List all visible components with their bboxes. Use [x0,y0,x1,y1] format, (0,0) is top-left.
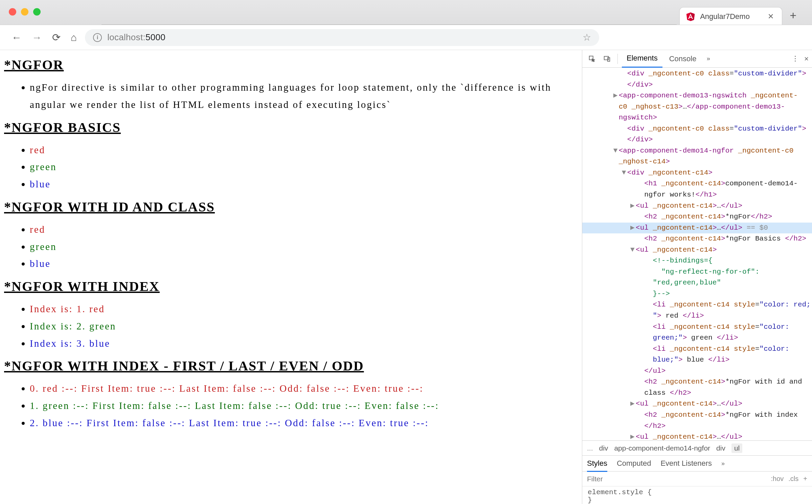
dom-line[interactable]: blue;"> blue </li> [582,354,812,366]
list-item: ngFor directive is similar to other prog… [30,79,578,113]
list-item: blue [30,255,578,272]
dom-line[interactable]: ▶<ul _ngcontent-c14>…</ul> == $0 [582,223,812,234]
inspect-element-icon[interactable] [586,55,599,63]
close-tab-button[interactable]: ✕ [766,12,776,21]
list-item: green [30,158,578,176]
dom-line[interactable]: <li _ngcontent-c14 style="color: [582,344,812,355]
device-toolbar-icon[interactable] [601,55,613,63]
dom-line[interactable]: }--> [582,289,812,300]
section-heading: *NGFOR WITH ID AND CLASS [4,199,578,215]
section-list: 0. red :--: First Item: true :--: Last I… [4,380,578,431]
dom-line[interactable]: ngswitch> [582,112,812,123]
dom-line[interactable]: <!--bindings={ [582,255,812,267]
dom-line[interactable]: <h2 _ngcontent-c14>*ngFor with id and [582,376,812,388]
dom-line[interactable]: <li _ngcontent-c14 style="color: [582,322,812,333]
bookmark-star-icon[interactable]: ☆ [583,32,591,43]
browser-titlebar: Angular7Demo ✕ + [0,0,812,25]
close-window-button[interactable] [9,8,16,16]
list-item: Index is: 2. green [30,318,578,335]
dom-line[interactable]: class </h2> [582,388,812,399]
devtools-menu-icon[interactable]: ⋮ [792,54,799,63]
dom-line[interactable]: <h2 _ngcontent-c14>*ngFor</h2> [582,211,812,223]
browser-toolbar: ← → ⟳ ⌂ i localhost:5000 ☆ [0,25,812,50]
reload-button[interactable]: ⟳ [50,30,63,45]
list-item: Index is: 1. red [30,300,578,318]
section-list: redgreenblue [4,221,578,272]
dom-line[interactable]: <h2 _ngcontent-c14>*ngFor with index [582,410,812,421]
section-heading: *NGFOR BASICS [4,119,578,135]
hov-toggle[interactable]: :hov [771,475,784,483]
dom-line[interactable]: ngfor works!</h1> [582,189,812,201]
list-item: blue [30,176,578,193]
list-item: Index is: 3. blue [30,335,578,352]
dom-line[interactable]: ▶<ul _ngcontent-c14>…</ul> [582,432,812,440]
dom-line[interactable]: </h2> [582,421,812,432]
section-list: redgreenblue [4,141,578,193]
window-controls [0,0,49,16]
new-tab-button[interactable]: + [782,9,804,25]
event-listeners-tab[interactable]: Event Listeners [660,459,712,468]
dom-line[interactable]: <div _ngcontent-c0 class="custom-divider… [582,123,812,135]
styles-filter-row: :hov .cls + [582,472,812,486]
dom-line[interactable]: green;"> green </li> [582,333,812,344]
devtools-close-icon[interactable]: ✕ [804,54,809,63]
styles-filter-input[interactable] [587,475,771,483]
dom-line[interactable]: ▼<div _ngcontent-c14> [582,167,812,179]
dom-line[interactable]: "red,green,blue" [582,277,812,289]
breadcrumb-item[interactable]: app-component-demo14-ngfor [614,444,710,452]
add-rule-button[interactable]: + [803,475,807,483]
dom-line[interactable]: ▶<ul _ngcontent-c14>…</ul> [582,201,812,212]
devtools-tab-console[interactable]: Console [664,50,701,67]
dom-line[interactable]: </ul> [582,366,812,377]
dom-line[interactable]: ▶<ul _ngcontent-c14>…</ul> [582,398,812,410]
dom-tree[interactable]: <div _ngcontent-c0 class="custom-divider… [582,68,812,440]
tabstrip-spacer [102,16,677,25]
browser-tab-active[interactable]: Angular7Demo ✕ [679,7,782,25]
list-item: red [30,221,578,238]
site-info-icon[interactable]: i [93,33,102,42]
dom-line[interactable]: "ng-reflect-ng-for-of": [582,267,812,278]
element-style-rule[interactable]: element.style { } [582,486,812,504]
dom-line[interactable]: </div> [582,79,812,91]
back-button[interactable]: ← [9,30,24,45]
devtools-panel: Elements Console » ⋮ ✕ <div _ngcontent-c… [582,50,812,504]
dom-line[interactable]: </div> [582,134,812,145]
dom-line[interactable]: <h1 _ngcontent-c14>component-demo14- [582,178,812,189]
dom-line[interactable]: _nghost-c14> [582,156,812,167]
devtools-tabs: Elements Console » ⋮ ✕ [582,50,812,68]
dom-line[interactable]: ▼<app-component-demo14-ngfor _ngcontent-… [582,145,812,157]
list-item: green [30,238,578,255]
dom-line[interactable]: <h2 _ngcontent-c14>*ngFor Basics </h2> [582,233,812,245]
tab-title: Angular7Demo [700,12,761,21]
dom-breadcrumb[interactable]: ...divapp-component-demo14-ngfordivul [582,440,812,455]
breadcrumb-item[interactable]: ul [731,443,742,453]
dom-line[interactable]: "> red </li> [582,311,812,322]
section-heading: *NGFOR WITH INDEX - FIRST / LAST / EVEN … [4,358,578,374]
more-tabs-icon[interactable]: » [703,55,714,62]
angular-icon [686,12,695,21]
computed-tab[interactable]: Computed [617,459,651,468]
section-list: ngFor directive is similar to other prog… [4,79,578,113]
minimize-window-button[interactable] [21,8,28,16]
dom-line[interactable]: <li _ngcontent-c14 style="color: red; [582,299,812,311]
more-styles-tabs-icon[interactable]: » [721,460,725,467]
address-bar[interactable]: i localhost:5000 ☆ [85,29,599,46]
section-heading: *NGFOR WITH INDEX [4,278,578,294]
devtools-tab-elements[interactable]: Elements [622,50,662,68]
cls-toggle[interactable]: .cls [788,475,798,483]
list-item: red [30,141,578,159]
dom-line[interactable]: c0 _nghost-c13>…</app-component-demo13- [582,101,812,113]
dom-line[interactable]: ▶<app-component-demo13-ngswitch _ngconte… [582,90,812,101]
breadcrumb-item[interactable]: ... [587,444,593,452]
maximize-window-button[interactable] [33,8,41,16]
section-list: Index is: 1. redIndex is: 2. greenIndex … [4,300,578,352]
dom-line[interactable]: <div _ngcontent-c0 class="custom-divider… [582,68,812,79]
home-button[interactable]: ⌂ [69,30,79,45]
list-item: 2. blue :--: First Item: false :--: Last… [30,414,578,432]
breadcrumb-item[interactable]: div [599,444,608,452]
section-heading: *NGFOR [4,57,578,73]
breadcrumb-item[interactable]: div [716,444,725,452]
forward-button[interactable]: → [30,30,44,45]
styles-tab[interactable]: Styles [587,459,607,472]
dom-line[interactable]: ▼<ul _ngcontent-c14> [582,245,812,256]
